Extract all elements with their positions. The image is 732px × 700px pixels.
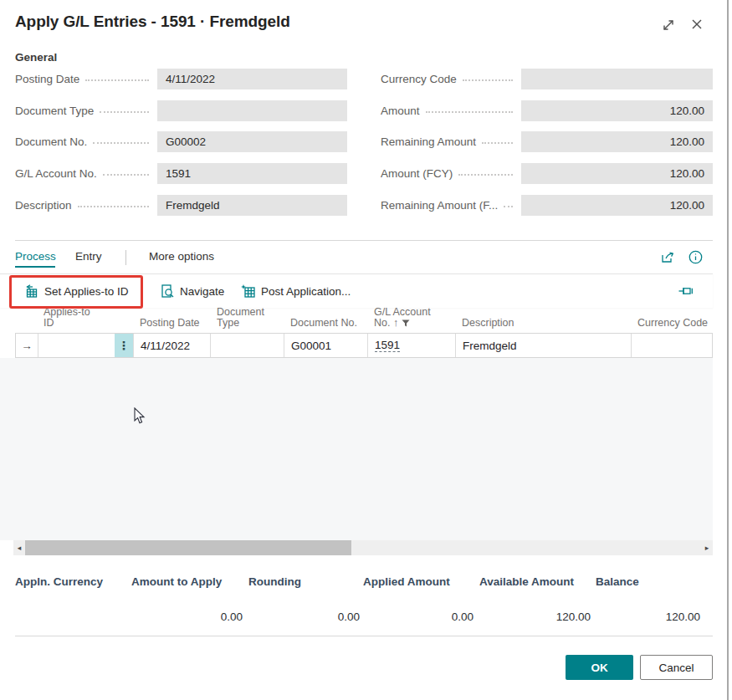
field-remaining-amount: Remaining Amount120.00 bbox=[381, 131, 713, 152]
header-gl-account-no[interactable]: G/L Account No. ↑ bbox=[368, 308, 456, 333]
active-tab-underline bbox=[15, 266, 55, 268]
dotted-leader bbox=[504, 206, 513, 207]
tab-more-options[interactable]: More options bbox=[149, 250, 214, 263]
post-application-label: Post Application... bbox=[261, 285, 351, 298]
totals-label-amount-to-apply: Amount to Apply bbox=[131, 575, 222, 588]
field-value: 120.00 bbox=[521, 131, 713, 152]
field-label: Description bbox=[15, 199, 72, 212]
totals-label-rounding: Rounding bbox=[248, 575, 301, 588]
field-label: Currency Code bbox=[381, 73, 457, 85]
tab-process[interactable]: Process bbox=[15, 250, 56, 263]
field-value: Fremdgeld bbox=[157, 195, 347, 216]
header-currency-code[interactable]: Currency Code bbox=[632, 308, 713, 333]
navigate-label: Navigate bbox=[180, 285, 224, 298]
field-label: Document No. bbox=[15, 135, 87, 148]
horizontal-scrollbar[interactable]: ◂ ▸ bbox=[13, 540, 713, 555]
field-remaining-amount-fcy: Remaining Amount (F...120.00 bbox=[381, 195, 713, 216]
field-label: Remaining Amount bbox=[381, 135, 476, 148]
totals-value-applied-amount: 0.00 bbox=[390, 611, 473, 623]
field-label: Amount (FCY) bbox=[381, 167, 453, 180]
general-left-column: Posting Date4/11/2022 Document Type Docu… bbox=[15, 69, 347, 219]
header-document-type[interactable]: Document Type bbox=[211, 308, 284, 333]
field-label: Amount bbox=[381, 105, 420, 117]
field-label: Posting Date bbox=[15, 73, 79, 85]
totals-value-balance: 120.00 bbox=[600, 611, 700, 623]
dotted-leader bbox=[93, 142, 149, 144]
scrollbar-thumb[interactable] bbox=[25, 540, 351, 555]
cell-gl-account-no[interactable]: 1591 bbox=[368, 334, 456, 357]
totals-label-applied-amount: Applied Amount bbox=[363, 575, 450, 588]
scroll-right-icon[interactable]: ▸ bbox=[701, 540, 713, 555]
totals-value-available-amount: 120.00 bbox=[490, 611, 591, 623]
dotted-leader bbox=[103, 174, 149, 176]
field-value: 120.00 bbox=[521, 100, 713, 121]
totals-label-available-amount: Available Amount bbox=[479, 575, 574, 588]
cell-applies-to-id[interactable]: ⋮ bbox=[38, 334, 134, 357]
tab-entry[interactable]: Entry bbox=[75, 250, 102, 263]
gl-account-drilldown-link[interactable]: 1591 bbox=[375, 339, 400, 352]
cell-currency-code[interactable] bbox=[632, 334, 712, 357]
field-amount-fcy: Amount (FCY)120.00 bbox=[381, 163, 713, 184]
dotted-leader bbox=[458, 174, 513, 176]
dotted-leader bbox=[78, 206, 149, 207]
close-icon[interactable] bbox=[689, 17, 704, 32]
field-label: G/L Account No. bbox=[15, 167, 97, 180]
info-icon[interactable] bbox=[688, 250, 703, 264]
field-value bbox=[521, 69, 713, 89]
header-description[interactable]: Description bbox=[456, 308, 632, 333]
cell-document-no[interactable]: G00001 bbox=[284, 334, 368, 357]
cell-assist-edit-icon[interactable]: ⋮ bbox=[115, 334, 133, 357]
dotted-leader bbox=[85, 79, 149, 81]
share-icon[interactable] bbox=[660, 250, 676, 264]
table-row: → ⋮ 4/11/2022 G00001 1591 Fremdgeld bbox=[15, 333, 713, 358]
ok-button[interactable]: OK bbox=[566, 655, 633, 680]
totals-value-rounding: 0.00 bbox=[276, 611, 360, 623]
header-posting-date[interactable]: Posting Date bbox=[134, 308, 211, 333]
header-applies-to-id[interactable]: Applies-to ID bbox=[38, 308, 134, 333]
field-document-type: Document Type bbox=[15, 100, 347, 121]
navigate-button[interactable]: Navigate bbox=[161, 274, 224, 308]
footer-divider bbox=[15, 636, 713, 636]
tab-separator bbox=[125, 250, 126, 265]
general-section-heading: General bbox=[15, 51, 57, 64]
field-value: G00002 bbox=[157, 131, 347, 152]
highlight-box bbox=[9, 275, 143, 309]
mouse-cursor bbox=[134, 407, 146, 425]
header-row-pointer bbox=[15, 308, 38, 333]
row-pointer-icon: → bbox=[16, 334, 38, 357]
cancel-button[interactable]: Cancel bbox=[640, 655, 713, 680]
field-label: Remaining Amount (F... bbox=[381, 199, 498, 212]
grid-header-row: Applies-to ID Posting Date Document Type… bbox=[15, 308, 713, 333]
pin-icon[interactable] bbox=[678, 274, 693, 308]
window-scrollbar[interactable] bbox=[727, 0, 729, 700]
field-document-no: Document No.G00002 bbox=[15, 131, 347, 152]
totals-label-balance: Balance bbox=[596, 575, 639, 588]
field-value: 120.00 bbox=[521, 163, 713, 184]
header-document-no[interactable]: Document No. bbox=[284, 308, 368, 333]
field-value: 120.00 bbox=[521, 195, 713, 216]
field-description: DescriptionFremdgeld bbox=[15, 195, 347, 216]
field-amount: Amount120.00 bbox=[381, 100, 713, 121]
general-right-column: Currency Code Amount120.00 Remaining Amo… bbox=[381, 69, 713, 219]
filter-icon bbox=[402, 319, 410, 327]
scroll-left-icon[interactable]: ◂ bbox=[13, 540, 25, 555]
field-posting-date: Posting Date4/11/2022 bbox=[15, 69, 347, 89]
dotted-leader bbox=[426, 111, 513, 113]
cell-description[interactable]: Fremdgeld bbox=[456, 334, 632, 357]
field-gl-account-no: G/L Account No.1591 bbox=[15, 163, 347, 184]
field-value bbox=[157, 100, 347, 121]
expand-icon[interactable] bbox=[661, 18, 676, 33]
cell-document-type[interactable] bbox=[211, 334, 284, 357]
grid-empty-area bbox=[0, 358, 713, 540]
field-label: Document Type bbox=[15, 105, 94, 117]
dotted-leader bbox=[482, 142, 513, 144]
dotted-leader bbox=[100, 111, 149, 113]
post-application-button[interactable]: Post Application... bbox=[241, 274, 351, 308]
section-divider bbox=[15, 240, 713, 241]
totals-value-amount-to-apply: 0.00 bbox=[159, 611, 243, 623]
page-title: Apply G/L Entries - 1591 · Fremdgeld bbox=[15, 13, 290, 31]
cell-posting-date[interactable]: 4/11/2022 bbox=[134, 334, 211, 357]
field-currency-code: Currency Code bbox=[381, 69, 713, 89]
field-value: 1591 bbox=[157, 163, 347, 184]
field-value: 4/11/2022 bbox=[157, 69, 347, 89]
